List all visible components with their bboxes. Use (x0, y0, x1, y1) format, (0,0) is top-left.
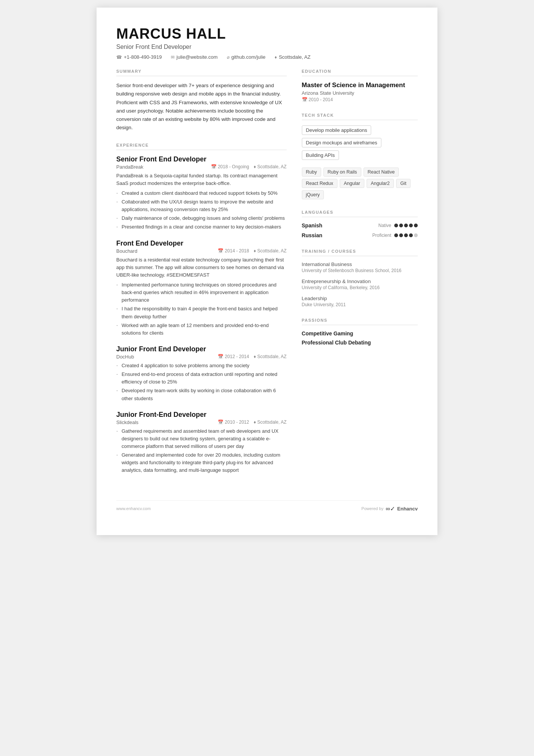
bullet-4-2: Generated and implemented code for over … (116, 451, 287, 474)
calendar-icon-3: 📅 2012 - 2014 (218, 354, 249, 359)
edu-school: Arizona State University (302, 90, 418, 96)
email-address: julie@website.com (176, 54, 218, 60)
training-entry-3: Leadership Duke University, 2011 (302, 296, 418, 307)
languages-label: LANGUAGES (302, 210, 418, 214)
job-location-2: ♦ Scottsdale, AZ (254, 248, 287, 254)
job-dates-loc-2: 📅 2014 - 2018 ♦ Scottsdale, AZ (218, 248, 286, 254)
training-school-1: University of Stellenbosch Business Scho… (302, 268, 418, 273)
job-desc-2: Bouchard is a residential real estate te… (116, 256, 287, 279)
experience-section: EXPERIENCE Senior Front End Developer Pa… (116, 143, 287, 474)
job-entry-2: Front End Developer Bouchard 📅 2014 - 20… (116, 239, 287, 337)
tech-pills-row: Ruby Ruby on Rails React Native React Re… (302, 167, 418, 199)
email-contact: ✉ julie@website.com (171, 54, 218, 60)
footer-website: www.enhancv.com (116, 506, 151, 511)
powered-by-text: Powered by (361, 506, 383, 511)
phone-contact: ☎ +1-808-490-3919 (116, 54, 162, 60)
job-dates-loc-4: 📅 2010 - 2012 ♦ Scottsdale, AZ (218, 419, 286, 425)
bullet-2-3: Worked with an agile team of 12 members … (116, 322, 287, 337)
dot-r-3 (404, 233, 408, 237)
contact-bar: ☎ +1-808-490-3919 ✉ julie@website.com ⌀ … (116, 54, 418, 60)
tech-tag-3: Building APIs (302, 150, 339, 160)
tech-pill-git: Git (396, 179, 411, 188)
language-name-russian: Russian (302, 232, 322, 238)
dot-s-2 (399, 224, 403, 227)
training-section: TRAINING / COURSES International Busines… (302, 249, 418, 307)
resume-page: MARCUS HALL Senior Front End Developer ☎… (97, 8, 437, 535)
job-bullets-1: Created a custom client dashboard that r… (116, 189, 287, 231)
left-column: SUMMARY Senior front-end developer with … (116, 69, 287, 485)
job-company-3: DocHub (116, 354, 134, 360)
training-name-3: Leadership (302, 296, 418, 301)
tech-pill-rails: Ruby on Rails (323, 167, 361, 177)
job-meta-2: Bouchard 📅 2014 - 2018 ♦ Scottsdale, AZ (116, 248, 287, 254)
two-column-layout: SUMMARY Senior front-end developer with … (116, 69, 418, 485)
dot-s-4 (409, 224, 413, 227)
job-desc-1: PandaBreak is a Sequoia-capital funded s… (116, 172, 287, 187)
tech-pill-react-redux: React Redux (302, 179, 337, 188)
enhancv-logo-icon: ∞✓ (386, 505, 395, 512)
training-name-2: Entrepreneurship & Innovation (302, 279, 418, 284)
dot-r-4 (409, 233, 413, 237)
bullet-2-2: I had the responsibility to train 4 peop… (116, 305, 287, 320)
candidate-title: Senior Front End Developer (116, 44, 418, 50)
header-section: MARCUS HALL Senior Front End Developer ☎… (116, 26, 418, 60)
email-icon: ✉ (171, 55, 175, 60)
enhancv-brand-name: Enhancv (397, 506, 418, 512)
tech-pill-angular: Angular (340, 179, 364, 188)
job-company-1: PandaBreak (116, 164, 144, 170)
bullet-2-1: Implemented performance tuning technique… (116, 281, 287, 304)
experience-divider (116, 150, 287, 150)
languages-section: LANGUAGES Spanish Native (302, 210, 418, 238)
dot-r-5 (414, 233, 418, 237)
bullet-1-4: Presented findings in a clear and concis… (116, 223, 287, 231)
job-title-3: Junior Front End Developer (116, 345, 287, 353)
job-location-4: ♦ Scottsdale, AZ (254, 419, 287, 425)
training-entry-1: International Business University of Ste… (302, 261, 418, 273)
training-school-2: University of California, Berkeley, 2016 (302, 285, 418, 290)
github-icon: ⌀ (227, 55, 230, 60)
language-row-russian: Russian Proficient (302, 232, 418, 238)
job-dates-loc-1: 📅 2018 - Ongoing ♦ Scottsdale, AZ (211, 164, 287, 169)
bullet-3-3: Developed my team-work skills by working… (116, 387, 287, 402)
job-title-4: Junior Front-End Developer (116, 411, 287, 419)
job-bullets-3: Created 4 application to solve problems … (116, 362, 287, 402)
edu-calendar-icon: 📅 (302, 97, 308, 102)
education-label: EDUCATION (302, 69, 418, 74)
location-contact: ♦ Scottsdale, AZ (275, 54, 311, 60)
github-url: github.com/julie (231, 54, 265, 60)
bullet-3-2: Ensured end-to-end process of data extra… (116, 371, 287, 386)
dot-r-2 (399, 233, 403, 237)
language-dots-russian (394, 233, 418, 237)
language-level-spanish: Native (378, 223, 391, 228)
education-divider (302, 76, 418, 76)
calendar-icon-2: 📅 2014 - 2018 (218, 248, 249, 254)
edu-dates: 📅 2010 - 2014 (302, 97, 418, 102)
techstack-section: TECH STACK Develop mobile applications D… (302, 113, 418, 199)
dot-r-1 (394, 233, 398, 237)
language-dots-spanish (394, 224, 418, 227)
tech-tag-1: Develop mobile applications (302, 125, 372, 135)
passions-section: PASSIONS Competitive Gaming Professional… (302, 318, 418, 346)
tech-pill-react-native: React Native (364, 167, 399, 177)
passions-divider (302, 325, 418, 325)
experience-label: EXPERIENCE (116, 143, 287, 147)
training-name-1: International Business (302, 261, 418, 267)
phone-number: +1-808-490-3919 (124, 54, 162, 60)
tech-pill-angular2: Angular2 (367, 179, 394, 188)
bullet-1-3: Daily maintenance of code, debugging iss… (116, 214, 287, 222)
summary-divider (116, 76, 287, 76)
job-meta-1: PandaBreak 📅 2018 - Ongoing ♦ Scottsdale… (116, 164, 287, 170)
job-location-1: ♦ Scottsdale, AZ (254, 164, 287, 169)
techstack-label: TECH STACK (302, 113, 418, 117)
candidate-name: MARCUS HALL (116, 26, 418, 42)
bullet-4-1: Gathered requirements and assembled team… (116, 427, 287, 450)
bullet-3-1: Created 4 application to solve problems … (116, 362, 287, 369)
training-divider (302, 256, 418, 256)
job-company-4: Slickdeals (116, 419, 139, 425)
dot-s-1 (394, 224, 398, 227)
job-location-3: ♦ Scottsdale, AZ (254, 354, 287, 359)
github-contact: ⌀ github.com/julie (227, 54, 265, 60)
location-text: Scottsdale, AZ (279, 54, 311, 60)
footer-brand-area: Powered by ∞✓ Enhancv (361, 505, 418, 512)
training-school-3: Duke University, 2011 (302, 302, 418, 307)
